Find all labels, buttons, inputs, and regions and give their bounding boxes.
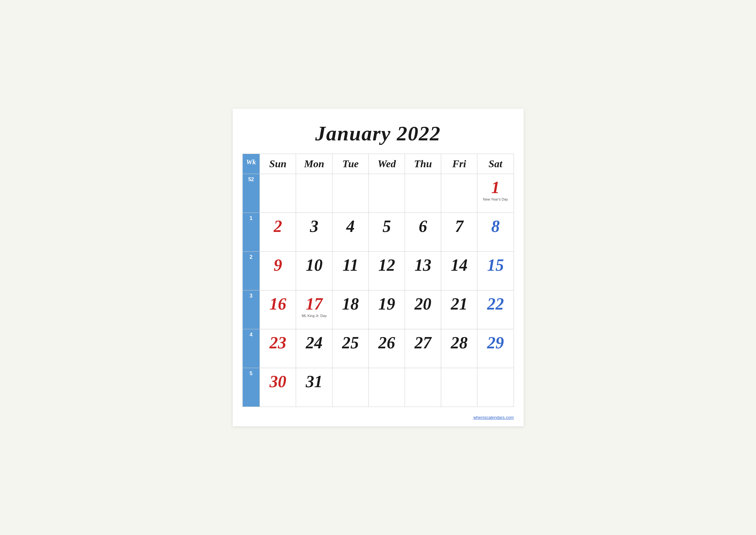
wk-header: Wk [242,154,260,174]
calendar-title: January 2022 [242,115,514,154]
day-cell: 28 [441,329,477,368]
day-cell [405,174,441,213]
day-cell [405,368,441,407]
day-cell [368,368,405,407]
day-cell [368,174,405,213]
holiday-label: ML King Jr. Day [302,314,326,318]
day-cell: 17ML King Jr. Day [296,291,333,329]
calendar-row-4: 423242526272829 [242,329,514,368]
day-number: 18 [342,296,359,312]
day-number: 26 [378,334,395,351]
day-number: 28 [451,334,468,351]
day-cell: 22 [477,291,514,329]
day-number: 3 [310,218,318,235]
day-cell: 15 [477,252,514,291]
day-cell: 11 [332,252,368,291]
day-number: 10 [306,257,323,274]
day-number: 19 [378,296,395,312]
day-number: 15 [487,257,504,274]
week-number-3: 3 [242,291,260,329]
day-number: 30 [270,373,286,390]
holiday-label: New Year's Day [483,197,508,202]
day-cell: 2 [260,213,296,252]
day-number: 14 [451,257,468,274]
day-number: 17 [306,296,323,312]
day-number: 7 [455,218,464,235]
day-cell: 4 [332,213,368,252]
day-cell: 18 [332,291,368,329]
day-cell: 8 [477,213,514,252]
day-cell: 16 [260,291,296,329]
day-number: 25 [342,334,359,351]
calendar-row-2: 29101112131415 [242,252,514,291]
day-cell: 3 [296,213,333,252]
day-number: 11 [343,257,359,274]
calendar-table: Wk Sun Mon Tue Wed Thu Fri Sat 521New Ye… [242,154,514,407]
day-number: 2 [274,218,282,235]
day-number: 29 [487,334,504,351]
day-number: 6 [419,218,427,235]
day-cell: 14 [441,252,477,291]
header-tue: Tue [332,154,368,174]
day-cell: 27 [405,329,441,368]
day-number: 16 [270,296,286,312]
day-cell [441,368,477,407]
header-sat: Sat [477,154,514,174]
day-cell [332,174,368,213]
day-number: 21 [451,296,468,312]
header-row: Wk Sun Mon Tue Wed Thu Fri Sat [242,154,514,174]
day-number: 27 [415,334,431,351]
day-cell [260,174,296,213]
watermark-link[interactable]: wheniscalendars.com [473,415,514,420]
day-cell: 7 [441,213,477,252]
header-mon: Mon [296,154,333,174]
header-wed: Wed [368,154,405,174]
day-cell: 30 [260,368,296,407]
calendar-row-1: 12345678 [242,213,514,252]
day-number: 13 [415,257,431,274]
calendar-row-0: 521New Year's Day [242,174,514,213]
day-cell: 20 [405,291,441,329]
day-cell: 19 [368,291,405,329]
day-cell: 25 [332,329,368,368]
day-cell: 10 [296,252,333,291]
day-number: 8 [491,218,500,235]
day-cell [296,174,333,213]
day-cell: 29 [477,329,514,368]
day-cell [332,368,368,407]
day-cell: 5 [368,213,405,252]
day-cell: 31 [296,368,333,407]
day-cell: 1New Year's Day [477,174,514,213]
day-cell: 9 [260,252,296,291]
week-number-4: 4 [242,329,260,368]
day-cell: 6 [405,213,441,252]
week-number-1: 1 [242,213,260,252]
calendar-row-5: 53031 [242,368,514,407]
day-number: 23 [270,334,286,351]
day-number: 4 [346,218,355,235]
day-number: 20 [415,296,431,312]
header-sun: Sun [260,154,296,174]
day-cell [441,174,477,213]
header-thu: Thu [405,154,441,174]
day-cell [477,368,514,407]
day-cell: 12 [368,252,405,291]
day-number: 22 [487,296,504,312]
week-number-0: 52 [242,174,260,213]
calendar-container: January 2022 Wk Sun Mon Tue Wed Thu Fri … [233,109,524,426]
week-number-2: 2 [242,252,260,291]
day-number: 9 [274,257,282,274]
day-cell: 24 [296,329,333,368]
day-cell: 13 [405,252,441,291]
day-number: 1 [491,179,500,196]
day-number: 24 [306,334,323,351]
day-cell: 21 [441,291,477,329]
day-number: 12 [378,257,395,274]
day-cell: 23 [260,329,296,368]
day-number: 31 [306,373,323,390]
calendar-row-3: 31617ML King Jr. Day1819202122 [242,291,514,329]
day-number: 5 [382,218,391,235]
day-cell: 26 [368,329,405,368]
header-fri: Fri [441,154,477,174]
week-number-5: 5 [242,368,260,407]
